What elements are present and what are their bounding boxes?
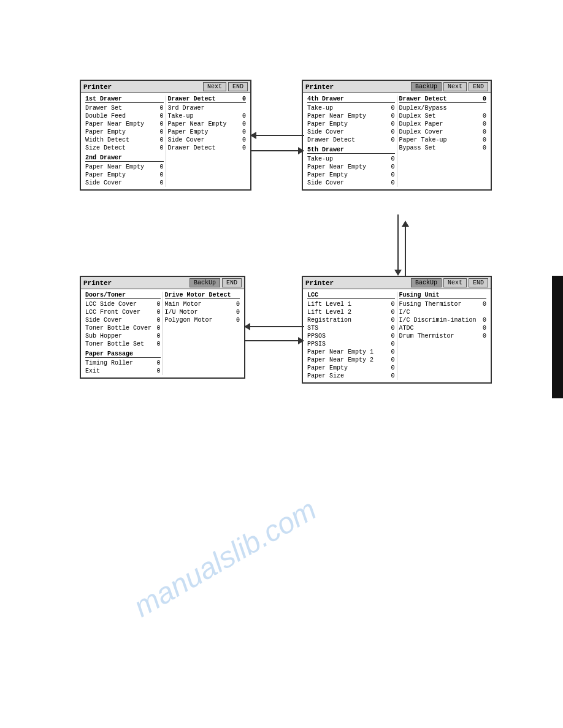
panel-4-header: Printer BackUp Next END [303, 277, 491, 289]
row-side-cover-5: Side Cover 0 [307, 179, 395, 187]
arrow-line-4 [244, 340, 298, 341]
row-duplex-cover: Duplex Cover 0 [399, 128, 487, 136]
page-container: Printer Next END 1st Drawer Drawer Set 0… [0, 0, 563, 728]
panel-3-header: Printer BackUp END [81, 277, 244, 289]
panel-4-backup-btn[interactable]: BackUp [411, 278, 442, 287]
panel-4-next-btn[interactable]: Next [443, 278, 467, 287]
arrow-line-1 [256, 135, 304, 136]
panel-2-header: Printer BackUp Next END [303, 81, 491, 93]
row-size-detect: Size Detect 0 [85, 144, 164, 152]
row-paper-empty-5: Paper Empty 0 [307, 171, 395, 179]
arrow-p1-to-p2 [250, 147, 304, 154]
arrow-vert-1 [397, 214, 399, 270]
panel-2-next-btn[interactable]: Next [443, 82, 467, 91]
panel-1: Printer Next END 1st Drawer Drawer Set 0… [80, 80, 251, 191]
row-timing-roller: Timing Roller 0 [85, 359, 161, 367]
row-paper-near-5: Paper Near Empty 0 [307, 163, 395, 171]
row-drawer-set: Drawer Set 0 [85, 104, 164, 112]
row-paper-near-empty-1a: Paper Near Empty 1 0 [307, 348, 395, 356]
row-bypass-set: Bypass Set 0 [399, 144, 487, 152]
row-drum-thermistor: Drum Thermistor 0 [399, 332, 487, 340]
row-iu-motor: I/U Motor 0 [165, 308, 240, 316]
arrow-head-left-1 [250, 132, 256, 139]
panel-3-backup-btn[interactable]: BackUp [190, 278, 220, 287]
row-takeup-5: Take-up 0 [307, 155, 395, 163]
panel-2-end-btn[interactable]: END [469, 82, 488, 91]
watermark: manualslib.com [128, 492, 322, 623]
row-paper-near-empty-2: Paper Near Empty 0 [85, 163, 164, 171]
arrow-head-up-1 [402, 221, 409, 227]
panel-1-end-btn[interactable]: END [228, 82, 248, 91]
row-drawer-detect-4: Drawer Detect 0 [307, 136, 395, 144]
panel-2-title: Printer [305, 83, 409, 91]
arrow-p3-to-p4 [244, 337, 304, 344]
row-side-cover-3: Side Cover 0 [168, 136, 247, 144]
row-paper-near-4: Paper Near Empty 0 [307, 112, 395, 120]
arrow-head-right-1 [298, 147, 304, 154]
section-4th-drawer: 4th Drawer [307, 96, 395, 103]
panel-2-col2: Drawer Detect 0 Duplex/Bypass Duplex Set… [397, 96, 489, 187]
panel-4-title: Printer [305, 279, 409, 287]
row-duplex-paper: Duplex Paper 0 [399, 120, 487, 128]
section-1st-drawer: 1st Drawer [85, 96, 164, 103]
panel-4-body: LCC Lift Level 1 0 Lift Level 2 0 Regist… [303, 289, 491, 382]
panel-1-next-btn[interactable]: Next [203, 82, 226, 91]
panel-3-col1: Doors/Toner LCC Side Cover 0 LCC Front C… [83, 292, 163, 375]
row-lcc-side-cover: LCC Side Cover 0 [85, 300, 161, 308]
panel-3: Printer BackUp END Doors/Toner LCC Side … [80, 276, 245, 379]
row-side-cover-4: Side Cover 0 [307, 128, 395, 136]
section-fusing-unit: Fusing Unit [399, 292, 487, 299]
panel-1-header: Printer Next END [81, 81, 250, 93]
row-paper-empty-lcc: Paper Empty 0 [307, 364, 395, 372]
section-drawer-detect-1: Drawer Detect 0 [168, 96, 247, 103]
row-lift-level-1: Lift Level 1 0 [307, 300, 395, 308]
row-exit: Exit 0 [85, 367, 161, 375]
black-sidebar [552, 276, 563, 398]
arrow-p4-to-p3 [244, 323, 304, 330]
row-toner-bottle-set: Toner Bottle Set 0 [85, 340, 161, 348]
row-paper-empty-1: Paper Empty 0 [85, 128, 164, 136]
row-paper-empty-3: Paper Empty 0 [168, 128, 247, 136]
arrow-p2-down [394, 214, 402, 276]
arrow-vert-2 [405, 227, 406, 276]
section-drive-motor: Drive Motor Detect [165, 292, 240, 299]
section-drawer-detect-2: Drawer Detect 0 [399, 96, 487, 103]
panel-3-body: Doors/Toner LCC Side Cover 0 LCC Front C… [81, 289, 244, 377]
row-side-cover-d: Side Cover 0 [85, 316, 161, 324]
arrow-p2-to-p1 [250, 132, 304, 139]
panel-4-end-btn[interactable]: END [469, 278, 488, 287]
section-lcc: LCC [307, 292, 395, 299]
panel-1-body: 1st Drawer Drawer Set 0 Double Feed 0 Pa… [81, 93, 250, 189]
row-3rd-drawer: 3rd Drawer [168, 104, 247, 112]
section-2nd-drawer: 2nd Drawer [85, 154, 164, 162]
panel-1-title: Printer [83, 83, 201, 91]
panel-2: Printer BackUp Next END 4th Drawer Take-… [302, 80, 492, 191]
row-paper-near-3: Paper Near Empty 0 [168, 120, 247, 128]
row-duplex-bypass: Duplex/Bypass [399, 104, 487, 112]
panel-4-col1: LCC Lift Level 1 0 Lift Level 2 0 Regist… [305, 292, 397, 380]
panel-2-backup-btn[interactable]: BackUp [411, 82, 442, 91]
panel-3-col2: Drive Motor Detect Main Motor 0 I/U Moto… [163, 292, 242, 375]
panel-1-col1: 1st Drawer Drawer Set 0 Double Feed 0 Pa… [83, 96, 166, 187]
row-atdc: ATDC 0 [399, 324, 487, 332]
arrow-p4-up [402, 218, 409, 276]
row-ic-discrim: I/C Discrimin-ination 0 [399, 316, 487, 324]
row-lift-level-2: Lift Level 2 0 [307, 308, 395, 316]
row-paper-size-lcc: Paper Size 0 [307, 372, 395, 380]
row-lcc-front-cover: LCC Front Cover 0 [85, 308, 161, 316]
arrow-head-right-2 [298, 337, 304, 344]
row-takeup-4: Take-up 0 [307, 104, 395, 112]
row-ic: I/C [399, 308, 487, 316]
row-ppsis: PPSIS 0 [307, 340, 395, 348]
row-side-cover-1: Side Cover 0 [85, 179, 164, 187]
panel-3-title: Printer [83, 279, 188, 287]
arrow-line-3 [250, 326, 304, 327]
section-doors-toner: Doors/Toner [85, 292, 161, 299]
panel-4-col2: Fusing Unit Fusing Thermistor 0 I/C I/C … [397, 292, 489, 380]
row-toner-bottle-cover: Toner Bottle Cover 0 [85, 324, 161, 332]
row-paper-empty-4: Paper Empty 0 [307, 120, 395, 128]
row-fusing-thermistor: Fusing Thermistor 0 [399, 300, 487, 308]
row-main-motor: Main Motor 0 [165, 300, 240, 308]
panel-3-end-btn[interactable]: END [222, 278, 242, 287]
row-sub-hopper: Sub Hopper 0 [85, 332, 161, 340]
